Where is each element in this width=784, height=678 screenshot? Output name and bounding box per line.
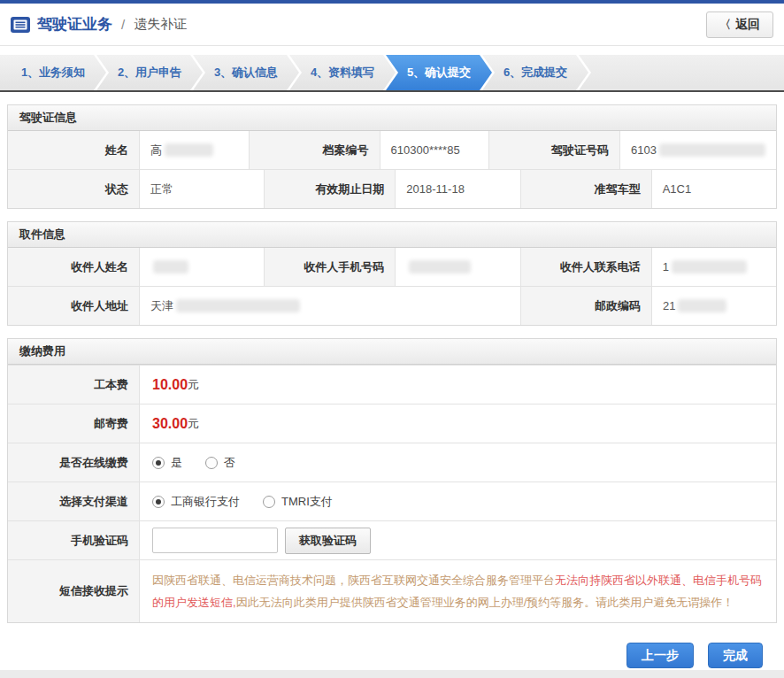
license-info-row-2: 状态 正常 有效期止日期 2018-11-18 准驾车型 A1C1 [8, 169, 776, 208]
pickup-info-row-2: 收件人地址 天津 邮政编码 21 [8, 286, 776, 325]
radio-checked-icon[interactable] [152, 496, 165, 508]
redaction-blob [165, 143, 213, 157]
recipient-name-label: 收件人姓名 [8, 248, 139, 286]
back-button[interactable]: 〈 返回 [706, 12, 773, 38]
file-no-value: 610300****85 [380, 131, 489, 169]
production-fee-label: 工本费 [8, 366, 139, 404]
recipient-phone-label: 收件人联系电话 [520, 248, 651, 286]
recipient-name-value [139, 248, 264, 286]
page: 驾驶证业务 / 遗失补证 〈 返回 1、业务须知 2、用户申告 3、确认信息 4… [0, 0, 784, 678]
production-fee-unit: 元 [188, 377, 199, 393]
sms-code-label: 手机验证码 [8, 521, 139, 559]
pickup-info-title: 取件信息 [8, 222, 776, 248]
pickup-info-section: 取件信息 收件人姓名 收件人手机号码 收件人联系电话 1 收件人地址 天津 邮政… [7, 221, 777, 326]
postage-fee-amount: 30.00 [152, 416, 188, 432]
redaction-blob [153, 260, 188, 274]
production-fee-value: 10.00元 [139, 366, 776, 404]
chevron-left-icon: 〈 [719, 17, 731, 33]
radio-unchecked-icon[interactable] [205, 457, 218, 469]
status-label: 状态 [8, 170, 139, 208]
radio-tmri-label: TMRI支付 [281, 494, 333, 510]
license-no-label: 驾驶证号码 [488, 131, 619, 169]
payment-channel-row: 选择支付渠道 工商银行支付 TMRI支付 [8, 482, 776, 520]
license-no-value: 6103 [619, 131, 776, 169]
redaction-blob [176, 299, 300, 312]
sms-code-controls: 获取验证码 [139, 521, 776, 559]
postage-fee-unit: 元 [188, 416, 199, 432]
step-navigation: 1、业务须知 2、用户申告 3、确认信息 4、资料填写 5、确认提交 6、完成提… [0, 55, 784, 90]
status-value: 正常 [139, 170, 264, 208]
step-4-fill-data[interactable]: 4、资料填写 [289, 55, 396, 90]
step-2-user-declaration[interactable]: 2、用户申告 [96, 55, 203, 90]
step-filler [579, 55, 784, 90]
recipient-mobile-label: 收件人手机号码 [264, 248, 395, 286]
step-5-confirm-submit[interactable]: 5、确认提交 [386, 55, 492, 90]
get-sms-code-button[interactable]: 获取验证码 [285, 528, 371, 554]
step-6-label: 6、完成提交 [503, 65, 567, 81]
sms-code-row: 手机验证码 获取验证码 [8, 520, 776, 559]
redaction-blob [659, 143, 765, 157]
step-1-label: 1、业务须知 [21, 65, 85, 81]
redaction-blob [678, 299, 726, 312]
sms-notice-label: 短信接收提示 [8, 560, 139, 622]
vehicle-class-value: A1C1 [651, 170, 776, 208]
name-value: 高 [139, 131, 249, 169]
production-fee-amount: 10.00 [152, 377, 188, 393]
license-info-row-1: 姓名 高 档案编号 610300****85 驾驶证号码 6103 [8, 131, 776, 169]
redaction-blob [409, 260, 471, 274]
back-button-label: 返回 [735, 17, 760, 33]
step-3-label: 3、确认信息 [214, 65, 278, 81]
breadcrumb: 驾驶证业务 / 遗失补证 [11, 14, 187, 35]
file-no-label: 档案编号 [249, 131, 380, 169]
recipient-phone-value: 1 [651, 248, 776, 286]
page-title: 驾驶证业务 [37, 14, 112, 35]
breadcrumb-current: 遗失补证 [134, 16, 187, 33]
radio-unchecked-icon[interactable] [263, 496, 275, 508]
radio-option-no[interactable]: 否 [205, 455, 235, 471]
radio-option-tmri[interactable]: TMRI支付 [263, 494, 333, 510]
vehicle-class-label: 准驾车型 [520, 170, 651, 208]
address-value: 天津 [139, 287, 520, 325]
finish-button[interactable]: 完成 [708, 643, 763, 668]
notice-text-part3: 因此无法向此类用户提供陕西省交通管理业务的网上办理/预约等服务。请此类用户避免无… [236, 596, 734, 609]
breadcrumb-separator: / [121, 17, 125, 32]
step-3-confirm-info[interactable]: 3、确认信息 [193, 55, 299, 90]
radio-option-yes[interactable]: 是 [152, 455, 182, 471]
postage-fee-label: 邮寄费 [8, 404, 139, 443]
license-service-icon [11, 17, 30, 33]
license-info-title: 驾驶证信息 [8, 105, 776, 131]
payment-channel-label: 选择支付渠道 [8, 482, 139, 520]
sms-code-input[interactable] [152, 528, 278, 553]
step-5-label: 5、确认提交 [407, 65, 471, 81]
sms-notice-text: 因陕西省联通、电信运营商技术问题，陕西省互联网交通安全综合服务管理平台无法向持陕… [139, 560, 776, 622]
pickup-info-row-1: 收件人姓名 收件人手机号码 收件人联系电话 1 [8, 248, 776, 286]
radio-icbc-label: 工商银行支付 [171, 494, 240, 510]
name-label: 姓名 [8, 131, 139, 169]
step-2-label: 2、用户申告 [118, 65, 181, 81]
license-info-section: 驾驶证信息 姓名 高 档案编号 610300****85 驾驶证号码 6103 … [7, 104, 777, 209]
previous-step-button[interactable]: 上一步 [626, 643, 694, 668]
page-header: 驾驶证业务 / 遗失补证 〈 返回 [0, 4, 784, 46]
online-payment-options: 是 否 [139, 443, 776, 482]
step-1-business-notice[interactable]: 1、业务须知 [0, 55, 106, 90]
radio-no-label: 否 [224, 455, 235, 471]
bottom-strip [0, 670, 784, 678]
radio-option-icbc[interactable]: 工商银行支付 [152, 494, 240, 510]
postage-fee-value: 30.00元 [139, 404, 776, 443]
radio-yes-label: 是 [171, 455, 182, 471]
recipient-mobile-value [395, 248, 519, 286]
redaction-blob [672, 260, 747, 274]
footer-actions: 上一步 完成 [0, 643, 763, 668]
payment-title: 缴纳费用 [8, 339, 776, 365]
expiry-label: 有效期止日期 [264, 170, 395, 208]
zip-value: 21 [651, 287, 776, 325]
online-payment-label: 是否在线缴费 [8, 443, 139, 482]
address-label: 收件人地址 [8, 287, 139, 325]
payment-channel-options: 工商银行支付 TMRI支付 [139, 482, 776, 520]
step-6-complete-submit[interactable]: 6、完成提交 [482, 55, 588, 90]
step-divider-line [0, 90, 784, 92]
notice-text-part1: 因陕西省联通、电信运营商技术问题，陕西省互联网交通安全综合服务管理平台 [152, 574, 555, 587]
radio-checked-icon[interactable] [152, 457, 165, 469]
step-4-label: 4、资料填写 [311, 65, 374, 81]
fee-row-production: 工本费 10.00元 [8, 365, 776, 404]
